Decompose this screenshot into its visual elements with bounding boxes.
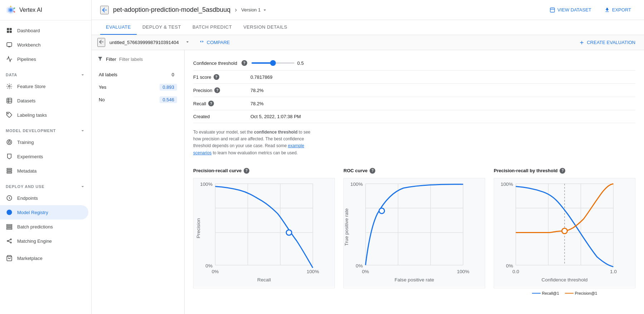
roc-title: ROC curve ?: [343, 168, 485, 174]
sidebar-item-label: Batch predictions: [17, 224, 53, 230]
slider-value: 0.5: [297, 61, 304, 66]
f1-value: 0.7817869: [250, 74, 272, 80]
label-value: 0.546: [160, 96, 177, 103]
svg-text:0%: 0%: [205, 263, 213, 268]
sidebar-item-training[interactable]: Training: [0, 135, 88, 149]
sidebar-item-endpoints[interactable]: Endpoints: [0, 191, 88, 205]
breadcrumb-separator: ›: [235, 6, 237, 14]
dashboard-icon: [6, 27, 13, 34]
svg-text:100%: 100%: [457, 269, 469, 274]
roc-help-icon[interactable]: ?: [370, 168, 375, 174]
sidebar-item-matching-engine[interactable]: Matching Engine: [0, 234, 88, 248]
sidebar-item-model-registry[interactable]: Model Registry: [0, 205, 88, 219]
sidebar-item-experiments[interactable]: Experiments: [0, 149, 88, 164]
sidebar-item-pipelines[interactable]: Pipelines: [0, 52, 88, 66]
created-row: Created Oct 5, 2022, 1:07:38 PM: [193, 110, 635, 123]
roc-chart: ROC curve ?: [343, 168, 485, 295]
label-row-yes[interactable]: Yes 0.893: [97, 81, 179, 93]
eval-dropdown[interactable]: [183, 39, 192, 46]
svg-text:100%: 100%: [307, 269, 319, 274]
eval-back-button[interactable]: [97, 38, 105, 47]
created-value: Oct 5, 2022, 1:07:38 PM: [250, 114, 301, 119]
svg-point-33: [10, 242, 11, 243]
pr-help-icon[interactable]: ?: [244, 168, 249, 174]
confidence-slider[interactable]: [252, 62, 294, 64]
threshold-help-icon[interactable]: ?: [560, 168, 565, 174]
sidebar-item-marketplace[interactable]: Marketplace: [0, 251, 88, 265]
tab-evaluate[interactable]: EVALUATE: [100, 20, 137, 35]
precision-help-icon[interactable]: ?: [214, 87, 220, 93]
metrics-panel: Confidence threshold ? 0.5 F1 score ? 0.…: [185, 50, 644, 314]
tab-batch-predict[interactable]: BATCH PREDICT: [187, 20, 238, 35]
svg-point-47: [286, 230, 292, 235]
svg-text:0%: 0%: [362, 269, 369, 274]
sidebar-item-label: Labeling tasks: [17, 112, 47, 118]
label-row-all[interactable]: All labels 0: [97, 68, 179, 81]
sidebar-item-batch-predictions[interactable]: Batch predictions: [0, 219, 88, 234]
example-scenarios-link[interactable]: example scenarios: [193, 143, 304, 155]
dataset-icon: [550, 7, 555, 13]
svg-text:100%: 100%: [200, 182, 213, 187]
threshold-chart-svg: 100% 0% 0.0 1.0 Confidence threshold: [494, 178, 635, 287]
svg-text:0%: 0%: [356, 263, 363, 268]
svg-rect-37: [550, 8, 555, 12]
svg-point-62: [379, 208, 385, 213]
back-button[interactable]: [100, 6, 109, 14]
experiments-icon: [6, 153, 13, 160]
f1-help-icon[interactable]: ?: [214, 74, 219, 80]
sidebar-item-label: Workbench: [17, 42, 41, 48]
roc-chart-svg: True positive rate 0% 100% 100% 0% False…: [344, 178, 485, 287]
sidebar-item-feature-store[interactable]: Feature Store: [0, 79, 88, 93]
compare-icon: [199, 40, 205, 45]
add-icon: [579, 40, 585, 45]
sidebar-item-metadata[interactable]: Metadata: [0, 164, 88, 178]
tab-version-details[interactable]: VERSION DETAILS: [238, 20, 293, 35]
evaluation-name: untitled_57663999987910391404: [109, 40, 179, 45]
svg-rect-24: [7, 170, 12, 172]
export-icon: [604, 7, 610, 13]
precision-recall-title: Precision-recall curve ?: [193, 168, 335, 174]
created-label: Created: [193, 114, 250, 119]
page-header: pet-adoption-prediction-model_5asdbuuq ›…: [92, 0, 644, 20]
svg-rect-29: [7, 226, 12, 227]
view-dataset-button[interactable]: VIEW DATASET: [545, 5, 596, 15]
sidebar-item-datasets[interactable]: Datasets: [0, 93, 88, 108]
charts-row: Precision-recall curve ?: [193, 168, 635, 295]
model-dev-section-title: MODEL DEVELOPMENT: [0, 122, 91, 135]
sidebar-item-label: Experiments: [17, 154, 43, 159]
label-value: 0: [169, 71, 177, 78]
threshold-chart: Precision-recall by threshold ?: [494, 168, 635, 295]
create-evaluation-button[interactable]: CREATE EVALUATION: [576, 38, 638, 47]
precision-legend-item: Precision@1: [565, 291, 597, 295]
slider-container: 0.5: [252, 61, 635, 66]
sidebar-item-label: Matching Engine: [17, 238, 52, 244]
sidebar-item-labeling[interactable]: Labeling tasks: [0, 108, 88, 122]
export-button[interactable]: EXPORT: [600, 5, 635, 15]
tab-deploy-test[interactable]: DEPLOY & TEST: [137, 20, 187, 35]
batch-predictions-icon: [6, 223, 13, 230]
roc-chart-area: True positive rate 0% 100% 100% 0% False…: [343, 178, 485, 288]
model-registry-icon: [6, 209, 13, 216]
svg-text:False positive rate: False positive rate: [395, 277, 434, 282]
sidebar-item-dashboard[interactable]: Dashboard: [0, 23, 88, 38]
version-selector[interactable]: Version 1: [241, 7, 268, 13]
confidence-help-icon[interactable]: ?: [241, 60, 247, 66]
filter-label: Filter: [106, 57, 116, 62]
recall-legend-item: Recall@1: [532, 291, 559, 295]
workbench-icon: [6, 41, 13, 48]
recall-label: Recall ?: [193, 101, 250, 106]
compare-button[interactable]: COMPARE: [196, 38, 233, 47]
precision-legend-line: [565, 293, 574, 294]
model-name: pet-adoption-prediction-model_5asdbuuq: [113, 6, 230, 14]
endpoints-icon: [6, 194, 13, 202]
svg-text:0%: 0%: [506, 263, 513, 268]
svg-point-2: [9, 9, 12, 11]
sidebar-item-workbench[interactable]: Workbench: [0, 38, 88, 52]
data-section-title: DATA: [0, 66, 91, 79]
label-row-no[interactable]: No 0.546: [97, 93, 179, 106]
filter-input[interactable]: [119, 57, 179, 62]
svg-text:True positive rate: True positive rate: [344, 208, 349, 246]
recall-help-icon[interactable]: ?: [208, 101, 214, 106]
marketplace-icon: [6, 255, 13, 262]
threshold-legend: Recall@1 Precision@1: [494, 291, 635, 295]
